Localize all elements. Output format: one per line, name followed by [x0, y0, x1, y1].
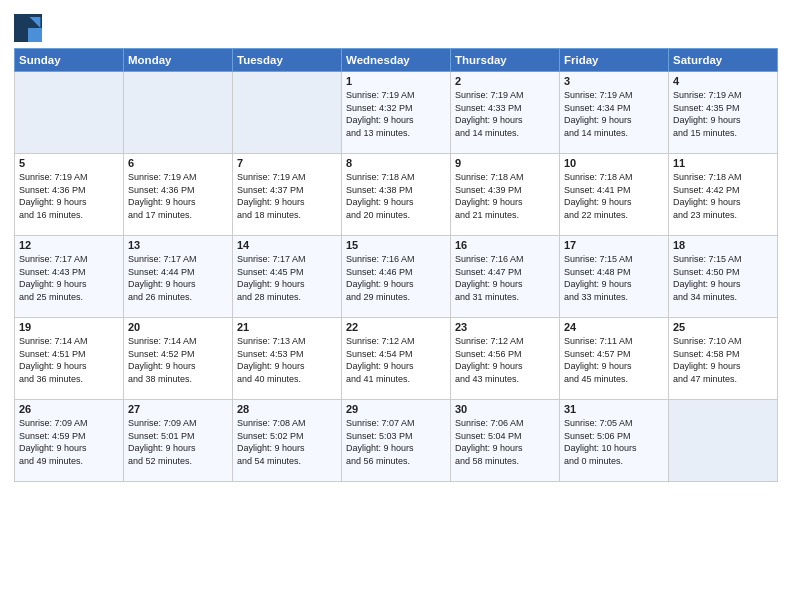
calendar-cell [15, 72, 124, 154]
calendar-table: SundayMondayTuesdayWednesdayThursdayFrid… [14, 48, 778, 482]
calendar-cell: 5Sunrise: 7:19 AM Sunset: 4:36 PM Daylig… [15, 154, 124, 236]
calendar-cell: 23Sunrise: 7:12 AM Sunset: 4:56 PM Dayli… [451, 318, 560, 400]
day-info: Sunrise: 7:19 AM Sunset: 4:33 PM Dayligh… [455, 89, 555, 139]
week-row-1: 1Sunrise: 7:19 AM Sunset: 4:32 PM Daylig… [15, 72, 778, 154]
day-number: 22 [346, 321, 446, 333]
day-number: 9 [455, 157, 555, 169]
logo [14, 14, 44, 42]
day-number: 25 [673, 321, 773, 333]
day-info: Sunrise: 7:17 AM Sunset: 4:43 PM Dayligh… [19, 253, 119, 303]
calendar-cell: 1Sunrise: 7:19 AM Sunset: 4:32 PM Daylig… [342, 72, 451, 154]
day-info: Sunrise: 7:19 AM Sunset: 4:35 PM Dayligh… [673, 89, 773, 139]
day-info: Sunrise: 7:16 AM Sunset: 4:46 PM Dayligh… [346, 253, 446, 303]
day-info: Sunrise: 7:13 AM Sunset: 4:53 PM Dayligh… [237, 335, 337, 385]
day-info: Sunrise: 7:05 AM Sunset: 5:06 PM Dayligh… [564, 417, 664, 467]
calendar-cell: 8Sunrise: 7:18 AM Sunset: 4:38 PM Daylig… [342, 154, 451, 236]
day-info: Sunrise: 7:17 AM Sunset: 4:45 PM Dayligh… [237, 253, 337, 303]
day-info: Sunrise: 7:18 AM Sunset: 4:41 PM Dayligh… [564, 171, 664, 221]
svg-rect-3 [28, 28, 42, 42]
calendar-cell: 24Sunrise: 7:11 AM Sunset: 4:57 PM Dayli… [560, 318, 669, 400]
week-row-2: 5Sunrise: 7:19 AM Sunset: 4:36 PM Daylig… [15, 154, 778, 236]
calendar-cell: 28Sunrise: 7:08 AM Sunset: 5:02 PM Dayli… [233, 400, 342, 482]
week-row-5: 26Sunrise: 7:09 AM Sunset: 4:59 PM Dayli… [15, 400, 778, 482]
day-info: Sunrise: 7:14 AM Sunset: 4:51 PM Dayligh… [19, 335, 119, 385]
day-number: 19 [19, 321, 119, 333]
day-number: 13 [128, 239, 228, 251]
day-info: Sunrise: 7:19 AM Sunset: 4:34 PM Dayligh… [564, 89, 664, 139]
calendar-cell: 25Sunrise: 7:10 AM Sunset: 4:58 PM Dayli… [669, 318, 778, 400]
calendar-cell: 20Sunrise: 7:14 AM Sunset: 4:52 PM Dayli… [124, 318, 233, 400]
day-info: Sunrise: 7:09 AM Sunset: 4:59 PM Dayligh… [19, 417, 119, 467]
day-number: 20 [128, 321, 228, 333]
calendar-cell: 30Sunrise: 7:06 AM Sunset: 5:04 PM Dayli… [451, 400, 560, 482]
day-number: 8 [346, 157, 446, 169]
calendar-cell: 13Sunrise: 7:17 AM Sunset: 4:44 PM Dayli… [124, 236, 233, 318]
day-info: Sunrise: 7:09 AM Sunset: 5:01 PM Dayligh… [128, 417, 228, 467]
calendar-page: SundayMondayTuesdayWednesdayThursdayFrid… [0, 0, 792, 612]
calendar-cell: 15Sunrise: 7:16 AM Sunset: 4:46 PM Dayli… [342, 236, 451, 318]
day-info: Sunrise: 7:18 AM Sunset: 4:38 PM Dayligh… [346, 171, 446, 221]
day-number: 10 [564, 157, 664, 169]
calendar-cell: 31Sunrise: 7:05 AM Sunset: 5:06 PM Dayli… [560, 400, 669, 482]
day-info: Sunrise: 7:16 AM Sunset: 4:47 PM Dayligh… [455, 253, 555, 303]
day-number: 3 [564, 75, 664, 87]
calendar-cell [233, 72, 342, 154]
svg-rect-0 [14, 14, 28, 28]
day-number: 18 [673, 239, 773, 251]
week-row-4: 19Sunrise: 7:14 AM Sunset: 4:51 PM Dayli… [15, 318, 778, 400]
svg-rect-2 [14, 28, 28, 42]
calendar-cell: 17Sunrise: 7:15 AM Sunset: 4:48 PM Dayli… [560, 236, 669, 318]
day-info: Sunrise: 7:12 AM Sunset: 4:54 PM Dayligh… [346, 335, 446, 385]
calendar-cell: 16Sunrise: 7:16 AM Sunset: 4:47 PM Dayli… [451, 236, 560, 318]
calendar-cell [669, 400, 778, 482]
day-info: Sunrise: 7:19 AM Sunset: 4:36 PM Dayligh… [128, 171, 228, 221]
day-number: 4 [673, 75, 773, 87]
day-number: 16 [455, 239, 555, 251]
calendar-cell: 29Sunrise: 7:07 AM Sunset: 5:03 PM Dayli… [342, 400, 451, 482]
day-info: Sunrise: 7:14 AM Sunset: 4:52 PM Dayligh… [128, 335, 228, 385]
calendar-cell: 3Sunrise: 7:19 AM Sunset: 4:34 PM Daylig… [560, 72, 669, 154]
day-info: Sunrise: 7:15 AM Sunset: 4:50 PM Dayligh… [673, 253, 773, 303]
day-info: Sunrise: 7:11 AM Sunset: 4:57 PM Dayligh… [564, 335, 664, 385]
day-number: 1 [346, 75, 446, 87]
day-info: Sunrise: 7:18 AM Sunset: 4:39 PM Dayligh… [455, 171, 555, 221]
day-number: 26 [19, 403, 119, 415]
day-info: Sunrise: 7:06 AM Sunset: 5:04 PM Dayligh… [455, 417, 555, 467]
calendar-cell: 18Sunrise: 7:15 AM Sunset: 4:50 PM Dayli… [669, 236, 778, 318]
day-info: Sunrise: 7:19 AM Sunset: 4:37 PM Dayligh… [237, 171, 337, 221]
day-number: 6 [128, 157, 228, 169]
calendar-cell: 4Sunrise: 7:19 AM Sunset: 4:35 PM Daylig… [669, 72, 778, 154]
calendar-cell: 26Sunrise: 7:09 AM Sunset: 4:59 PM Dayli… [15, 400, 124, 482]
day-info: Sunrise: 7:19 AM Sunset: 4:36 PM Dayligh… [19, 171, 119, 221]
day-number: 12 [19, 239, 119, 251]
calendar-cell: 14Sunrise: 7:17 AM Sunset: 4:45 PM Dayli… [233, 236, 342, 318]
weekday-header-sunday: Sunday [15, 49, 124, 72]
calendar-cell: 7Sunrise: 7:19 AM Sunset: 4:37 PM Daylig… [233, 154, 342, 236]
weekday-header-friday: Friday [560, 49, 669, 72]
weekday-header-row: SundayMondayTuesdayWednesdayThursdayFrid… [15, 49, 778, 72]
day-number: 7 [237, 157, 337, 169]
weekday-header-saturday: Saturday [669, 49, 778, 72]
weekday-header-wednesday: Wednesday [342, 49, 451, 72]
week-row-3: 12Sunrise: 7:17 AM Sunset: 4:43 PM Dayli… [15, 236, 778, 318]
day-info: Sunrise: 7:17 AM Sunset: 4:44 PM Dayligh… [128, 253, 228, 303]
day-number: 24 [564, 321, 664, 333]
day-info: Sunrise: 7:15 AM Sunset: 4:48 PM Dayligh… [564, 253, 664, 303]
calendar-cell: 10Sunrise: 7:18 AM Sunset: 4:41 PM Dayli… [560, 154, 669, 236]
day-info: Sunrise: 7:10 AM Sunset: 4:58 PM Dayligh… [673, 335, 773, 385]
calendar-cell: 27Sunrise: 7:09 AM Sunset: 5:01 PM Dayli… [124, 400, 233, 482]
calendar-cell [124, 72, 233, 154]
day-number: 30 [455, 403, 555, 415]
day-number: 29 [346, 403, 446, 415]
day-number: 21 [237, 321, 337, 333]
day-number: 2 [455, 75, 555, 87]
calendar-cell: 2Sunrise: 7:19 AM Sunset: 4:33 PM Daylig… [451, 72, 560, 154]
day-number: 31 [564, 403, 664, 415]
weekday-header-monday: Monday [124, 49, 233, 72]
calendar-cell: 6Sunrise: 7:19 AM Sunset: 4:36 PM Daylig… [124, 154, 233, 236]
day-info: Sunrise: 7:18 AM Sunset: 4:42 PM Dayligh… [673, 171, 773, 221]
calendar-cell: 21Sunrise: 7:13 AM Sunset: 4:53 PM Dayli… [233, 318, 342, 400]
day-number: 23 [455, 321, 555, 333]
logo-icon [14, 14, 42, 42]
calendar-cell: 11Sunrise: 7:18 AM Sunset: 4:42 PM Dayli… [669, 154, 778, 236]
